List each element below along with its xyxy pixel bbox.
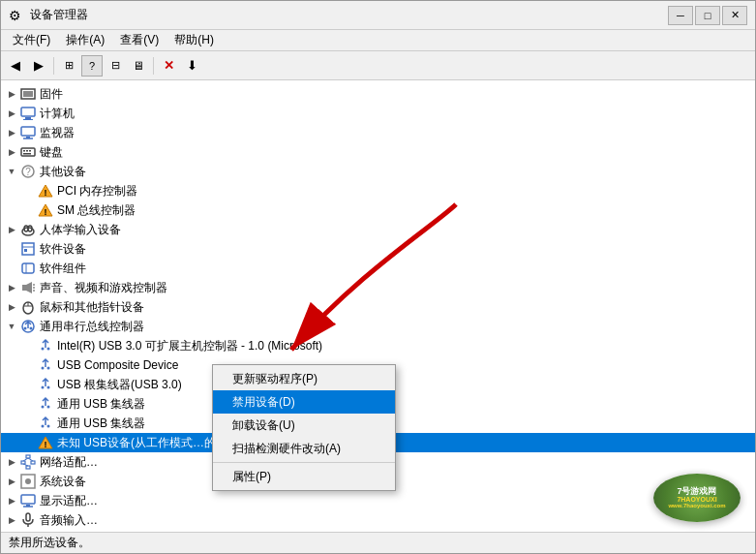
tree-icon-usb-hub1 xyxy=(38,396,53,412)
tree-item-keyboard[interactable]: ▶键盘 xyxy=(1,142,755,162)
tree-item-computer[interactable]: ▶计算机 xyxy=(1,104,755,123)
ctx-separator xyxy=(213,462,395,463)
svg-rect-50 xyxy=(26,455,30,458)
watermark-url: www.7haoyouxi.com xyxy=(668,503,725,508)
svg-rect-3 xyxy=(25,117,31,119)
tree-expand-keyboard[interactable]: ▶ xyxy=(5,145,18,159)
tree-expand-network[interactable]: ▶ xyxy=(5,455,18,469)
tree-expand-pci-controller xyxy=(22,184,36,198)
tree-item-mouse[interactable]: ▶鼠标和其他指针设备 xyxy=(1,297,755,317)
ctx-scan-hardware[interactable]: 扫描检测硬件改动(A) xyxy=(213,437,395,460)
tree-item-firmware[interactable]: ▶固件 xyxy=(1,84,755,104)
close-button[interactable]: ✕ xyxy=(722,6,747,25)
tree-item-software-dev[interactable]: 软件设备 xyxy=(1,239,755,259)
toolbar-btn-delete[interactable]: ✕ xyxy=(158,55,179,77)
back-button[interactable]: ◀ xyxy=(5,55,26,77)
tree-expand-firmware[interactable]: ▶ xyxy=(5,87,18,101)
tree-expand-system[interactable]: ▶ xyxy=(5,475,18,488)
menu-view[interactable]: 查看(V) xyxy=(112,30,166,50)
title-bar-icon: ⚙ xyxy=(9,8,24,23)
svg-rect-8 xyxy=(21,148,35,156)
svg-point-21 xyxy=(28,226,32,231)
forward-button[interactable]: ▶ xyxy=(28,55,49,77)
tree-expand-audio[interactable]: ▶ xyxy=(5,281,18,294)
tree-label-sm-controller: SM 总线控制器 xyxy=(57,202,136,219)
tree-label-intel-usb3: Intel(R) USB 3.0 可扩展主机控制器 - 1.0 (Microso… xyxy=(57,338,322,354)
menu-file[interactable]: 文件(F) xyxy=(5,30,58,50)
svg-point-45 xyxy=(47,406,50,409)
svg-rect-22 xyxy=(22,243,34,255)
svg-point-47 xyxy=(47,425,50,428)
toolbar-btn-5[interactable]: ⊟ xyxy=(105,55,126,77)
tree-item-software-comp[interactable]: 软件组件 xyxy=(1,259,755,278)
tree-item-monitors[interactable]: ▶监视器 xyxy=(1,123,755,142)
tree-expand-computer[interactable]: ▶ xyxy=(5,107,18,120)
tree-expand-usb-hub2 xyxy=(22,416,36,430)
toolbar-btn-monitor[interactable]: 🖥 xyxy=(128,55,149,77)
svg-text:!: ! xyxy=(45,440,47,449)
tree-expand-usb-ctrl[interactable]: ▼ xyxy=(5,320,18,333)
tree-icon-hid xyxy=(20,222,36,237)
tree-expand-monitors[interactable]: ▶ xyxy=(5,126,18,139)
tree-expand-usb-root3 xyxy=(22,378,36,391)
tree-expand-hid[interactable]: ▶ xyxy=(5,223,18,236)
tree-item-hid[interactable]: ▶人体学输入设备 xyxy=(1,220,755,239)
watermark-text2: 7HAOYOUXI xyxy=(677,496,716,503)
ctx-disable-device[interactable]: 禁用设备(D) xyxy=(213,390,395,414)
tree-icon-usb-hub2 xyxy=(38,416,53,431)
tree-label-audio: 声音、视频和游戏控制器 xyxy=(40,280,167,296)
svg-text:!: ! xyxy=(45,188,47,198)
tree-item-pci-controller[interactable]: !PCI 内存控制器 xyxy=(1,181,755,200)
tree-icon-audio-in xyxy=(20,512,36,528)
tree-label-hid: 人体学输入设备 xyxy=(40,222,121,238)
toolbar-sep-1 xyxy=(53,57,54,75)
ctx-uninstall-device[interactable]: 卸载设备(U) xyxy=(213,414,395,437)
tree-item-sm-controller[interactable]: !SM 总线控制器 xyxy=(1,200,755,220)
tree-expand-display[interactable]: ▶ xyxy=(5,494,18,508)
tree-icon-software-dev xyxy=(20,241,36,257)
tree-expand-mouse[interactable]: ▶ xyxy=(5,300,18,314)
tree-icon-sm-controller: ! xyxy=(38,202,53,218)
minimize-button[interactable]: ─ xyxy=(668,6,693,25)
tree-icon-keyboard xyxy=(20,144,36,160)
ctx-update-driver[interactable]: 更新驱动程序(P) xyxy=(213,367,395,390)
maximize-button[interactable]: □ xyxy=(695,6,720,25)
svg-rect-9 xyxy=(23,150,25,152)
tree-expand-other-devices[interactable]: ▼ xyxy=(5,165,18,178)
toolbar-btn-3[interactable]: ⊞ xyxy=(58,55,79,77)
watermark: 7号游戏网 7HAOYOUXI www.7haoyouxi.com xyxy=(649,471,745,524)
tree-expand-audio-in[interactable]: ▶ xyxy=(5,513,18,527)
title-bar: ⚙ 设备管理器 ─ □ ✕ xyxy=(1,1,755,30)
tree-icon-firmware xyxy=(20,86,36,102)
tree-icon-monitors xyxy=(20,125,36,140)
toolbar-btn-help[interactable]: ? xyxy=(81,55,103,77)
ctx-properties[interactable]: 属性(P) xyxy=(213,465,395,488)
svg-point-41 xyxy=(47,367,50,370)
title-bar-buttons: ─ □ ✕ xyxy=(668,6,747,25)
svg-point-46 xyxy=(42,425,45,428)
tree-item-other-devices[interactable]: ▼?其他设备 xyxy=(1,162,755,181)
tree-label-software-dev: 软件设备 xyxy=(40,241,86,258)
tree-label-monitors: 监视器 xyxy=(40,125,75,141)
device-manager-window: ⚙ 设备管理器 ─ □ ✕ 文件(F) 操作(A) 查看(V) 帮助(H) ◀ … xyxy=(0,0,756,554)
menu-action[interactable]: 操作(A) xyxy=(58,30,112,50)
tree-icon-display xyxy=(20,493,36,508)
toolbar: ◀ ▶ ⊞ ? ⊟ 🖥 ✕ ⬇ xyxy=(1,51,755,80)
tree-item-usb-ctrl[interactable]: ▼通用串行总线控制器 xyxy=(1,317,755,336)
tree-expand-software-dev xyxy=(5,242,18,256)
tree-icon-usb-root3 xyxy=(38,377,53,392)
tree-label-system: 系统设备 xyxy=(40,474,86,490)
status-text: 禁用所选设备。 xyxy=(9,535,90,551)
svg-rect-5 xyxy=(21,127,35,136)
tree-item-audio[interactable]: ▶声音、视频和游戏控制器 xyxy=(1,278,755,297)
tree-label-keyboard: 键盘 xyxy=(40,144,63,161)
svg-point-37 xyxy=(30,327,33,330)
toolbar-btn-download[interactable]: ⬇ xyxy=(181,55,202,77)
tree-item-audio-in[interactable]: ▶音频输入… xyxy=(1,510,755,530)
menu-help[interactable]: 帮助(H) xyxy=(166,30,222,50)
tree-item-display[interactable]: ▶显示适配… xyxy=(1,491,755,510)
tree-icon-audio xyxy=(20,280,36,295)
tree-item-intel-usb3[interactable]: Intel(R) USB 3.0 可扩展主机控制器 - 1.0 (Microso… xyxy=(1,336,755,355)
svg-rect-59 xyxy=(21,495,35,504)
tree-label-unknown-dev: 未知 USB设备(从工作模式…的描 xyxy=(57,435,227,451)
